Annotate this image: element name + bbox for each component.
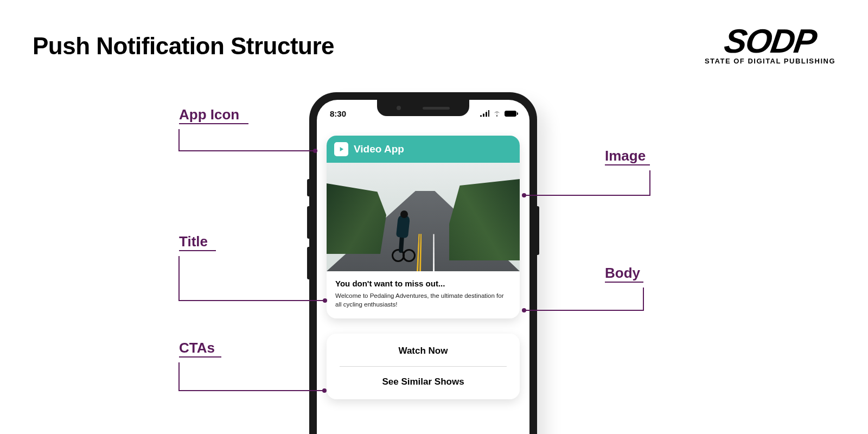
- connector-title: [167, 251, 330, 310]
- notification-text: You don't want to miss out... Welcome to…: [327, 271, 520, 318]
- connector-body: [520, 282, 661, 318]
- phone-screen: 8:30 Video App: [317, 100, 529, 434]
- signal-icon: [480, 110, 489, 117]
- connector-image: [520, 165, 661, 203]
- phone-notch: [377, 100, 469, 116]
- wifi-icon: [493, 110, 501, 117]
- notification-title: You don't want to miss out...: [335, 279, 511, 288]
- cta-watch-now[interactable]: Watch Now: [327, 336, 520, 366]
- status-time: 8:30: [330, 109, 346, 118]
- callout-image: Image: [605, 148, 646, 164]
- callout-app-icon: App Icon: [179, 106, 239, 123]
- battery-icon: [505, 111, 516, 117]
- app-play-icon: [334, 142, 348, 156]
- phone-power-button: [537, 206, 539, 255]
- page-title: Push Notification Structure: [33, 33, 334, 60]
- app-name: Video App: [354, 143, 404, 155]
- connector-ctas: [167, 357, 330, 400]
- cta-card: Watch Now See Similar Shows: [327, 334, 520, 399]
- notification-image: [327, 163, 520, 271]
- callout-title: Title: [179, 233, 208, 250]
- cyclist-illustration: [391, 210, 418, 262]
- cta-see-similar[interactable]: See Similar Shows: [327, 367, 520, 397]
- phone-mute-switch: [307, 179, 310, 196]
- phone-volume-up: [307, 206, 310, 239]
- brand-logo: SODP STATE OF DIGITAL PUBLISHING: [705, 27, 835, 65]
- phone-frame: 8:30 Video App: [309, 92, 537, 434]
- connector-app-icon: [167, 124, 324, 162]
- brand-name: SODP: [703, 27, 837, 56]
- phone-volume-down: [307, 247, 310, 279]
- status-icons: [480, 110, 516, 117]
- callout-ctas: CTAs: [179, 340, 215, 356]
- notification-header: Video App: [327, 136, 520, 163]
- notification-body: Welcome to Pedaling Adventures, the ulti…: [335, 291, 511, 309]
- notification-card[interactable]: Video App You don't want to miss out... …: [327, 136, 520, 318]
- callout-body: Body: [605, 265, 640, 282]
